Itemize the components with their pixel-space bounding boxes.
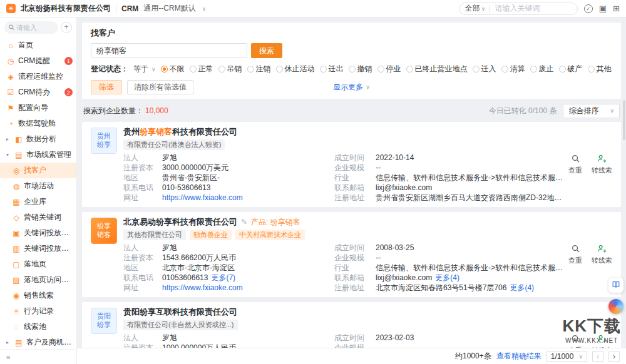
search-icon: [571, 154, 580, 164]
show-more-link[interactable]: 显示更多∨: [333, 82, 370, 93]
sidebar-subitem[interactable]: ▧ 落地页访问明细: [0, 272, 76, 288]
radio-dot-icon: [276, 66, 283, 73]
notification-badge: 1: [64, 57, 73, 65]
to-lead-button[interactable]: 转线索: [592, 244, 612, 265]
sort-select[interactable]: 综合排序∨: [563, 104, 620, 118]
apps-grid-icon[interactable]: ⊞: [613, 4, 620, 13]
add-button[interactable]: +: [61, 22, 72, 33]
next-page-button[interactable]: ›: [608, 351, 620, 362]
sidebar-subitem[interactable]: ◌ 线索池: [0, 319, 76, 335]
sidebar-item-icon: ☑: [6, 88, 15, 97]
status-radio[interactable]: 撤销: [349, 64, 372, 74]
sidebar-subitem[interactable]: ▦ 企业库: [0, 194, 76, 210]
sidebar-subitem[interactable]: ▢ 落地页: [0, 256, 76, 272]
sidebar-subitem[interactable]: ▣ 关键词投放计划: [0, 225, 76, 241]
clear-filters-button[interactable]: 清除所有筛选值: [127, 80, 193, 94]
search-button[interactable]: 搜索: [251, 43, 282, 58]
company-switcher[interactable]: 北京纷扬科技有限责任公司: [21, 3, 111, 14]
status-radio[interactable]: 已终止营业地点: [406, 64, 468, 74]
more-link[interactable]: 更多(4): [435, 273, 459, 282]
check-circle-icon[interactable]: ✓: [584, 4, 593, 13]
dedupe-button[interactable]: 查重: [568, 244, 582, 265]
sidebar-item-label: 关键词投放计划: [24, 228, 73, 238]
status-radio[interactable]: 迁入: [473, 64, 496, 74]
sidebar-item[interactable]: ⌂ 首页: [0, 38, 76, 53]
radio-dot-icon: [559, 66, 566, 73]
docs-widget-button[interactable]: [608, 278, 623, 293]
to-lead-button[interactable]: 转线索: [592, 154, 612, 175]
company-name[interactable]: 贵州纷享销客科技有限责任公司: [123, 126, 566, 138]
sidebar-item-icon: ▤: [14, 338, 23, 347]
status-radio[interactable]: 停业: [377, 64, 401, 74]
dedupe-button[interactable]: 查重: [568, 334, 582, 348]
collapse-sidebar-button[interactable]: «: [6, 353, 11, 361]
status-radio[interactable]: 清算: [501, 64, 525, 74]
status-radio[interactable]: 吊销: [218, 64, 242, 74]
address-value: 贵州省贵安新区湖潮乡百马大道交资路西南侧ZD-32地块产业园孵化及全...: [376, 193, 566, 203]
sidebar-item[interactable]: ☑ CRM待办 2: [0, 84, 76, 100]
operator-select[interactable]: 等于∨: [133, 64, 156, 74]
search-scope-select[interactable]: 全部∨: [465, 3, 486, 14]
field-label: 法人: [123, 333, 156, 343]
page-select[interactable]: 1/1000∨: [546, 351, 587, 362]
field-label: 注册资本: [123, 343, 156, 348]
radio-dot-icon: [473, 66, 480, 73]
prev-page-button[interactable]: ‹: [592, 351, 603, 362]
assistant-widget-button[interactable]: [608, 299, 623, 314]
scan-icon[interactable]: ▣: [599, 4, 607, 13]
sidebar-subitem[interactable]: ◉ 销售线索: [0, 288, 76, 303]
sidebar-subitem[interactable]: ▥ 关键词投放明细: [0, 241, 76, 256]
sidebar-item[interactable]: ◔ 数据驾驶舱: [0, 116, 76, 131]
region-value: 贵州省-贵安新区-: [162, 173, 328, 183]
sidebar-subitem[interactable]: ≡ 行为记录: [0, 303, 76, 319]
sidebar-item-label: 市场活动: [24, 181, 54, 191]
exact-results-link[interactable]: 查看精确结果: [496, 351, 541, 361]
sidebar-item[interactable]: ⚑ 配置向导: [0, 100, 76, 116]
company-logo-text: 贵州: [97, 132, 111, 141]
status-radio[interactable]: 休止活动: [276, 64, 315, 74]
field-label: 注册资本: [123, 163, 156, 173]
sidebar-subitem[interactable]: ◎ 找客户: [0, 163, 76, 178]
filter-button[interactable]: 筛选: [91, 80, 122, 94]
status-radio[interactable]: 废止: [530, 64, 554, 74]
company-search-input[interactable]: [91, 43, 247, 58]
company-logo-text: 纷享: [97, 222, 111, 231]
sidebar-item[interactable]: ▾ ▤ 市场线索管理: [0, 147, 76, 163]
website-link[interactable]: https://www.fxiaoke.com: [162, 283, 328, 293]
dedupe-button[interactable]: 查重: [568, 154, 582, 175]
global-search[interactable]: 全部∨ 请输入关键词: [459, 3, 578, 15]
sidebar-item[interactable]: ▸ ◧ 数据分析: [0, 131, 76, 147]
status-radio[interactable]: 不限: [161, 64, 185, 74]
edit-icon[interactable]: ✎: [241, 218, 247, 226]
company-name[interactable]: 贵阳纷享互联科技有限责任公司: [123, 306, 566, 318]
sidebar-item-icon: ▤: [14, 151, 23, 159]
sidebar-item[interactable]: ▸ ▤ 客户及商机管理: [0, 335, 76, 349]
status-radio[interactable]: 迁出: [320, 64, 344, 74]
more-link[interactable]: 更多(4): [510, 283, 534, 292]
more-link[interactable]: 更多(7): [211, 273, 235, 282]
status-radio[interactable]: 正常: [190, 64, 213, 74]
field-label: 联系邮箱: [334, 183, 369, 193]
expand-arrow-icon: ▾: [6, 152, 11, 158]
field-label: 行业: [334, 263, 369, 273]
sidebar-subitem[interactable]: ◇ 营销关键词: [0, 210, 76, 225]
status-radio[interactable]: 注销: [247, 64, 271, 74]
workspace-switcher[interactable]: 通用--CRM默认: [143, 3, 195, 14]
global-search-placeholder: 请输入关键词: [495, 3, 540, 14]
field-label: 网址: [123, 283, 156, 293]
website-link[interactable]: https://www.fxiaoke.com: [162, 193, 328, 203]
field-label: 企业规模: [334, 253, 369, 263]
vertical-scrollbar-thumb[interactable]: [623, 100, 625, 140]
sidebar-subitem[interactable]: ◍ 市场活动: [0, 178, 76, 194]
industry-value: 信息传输、软件和信息技术服务业->软件和信息技术服务业: [376, 173, 566, 183]
to-lead-button[interactable]: 转线索: [592, 334, 612, 348]
sidebar-item[interactable]: ◈ 流程运维监控: [0, 69, 76, 84]
status-radio[interactable]: 其他: [588, 64, 612, 74]
company-name[interactable]: 北京易动纷享科技有限责任公司 ✎ 产品: 纷享销客: [123, 216, 566, 228]
result-count-label: 搜索到企业数量：: [83, 106, 143, 116]
sidebar-item-label: 营销关键词: [24, 212, 61, 223]
email-value: lixj@fxiaoke.com: [376, 183, 566, 193]
expand-arrow-icon: ▸: [6, 136, 11, 142]
sidebar-item[interactable]: ◷ CRM提醒 1: [0, 53, 76, 69]
status-radio[interactable]: 破产: [559, 64, 583, 74]
